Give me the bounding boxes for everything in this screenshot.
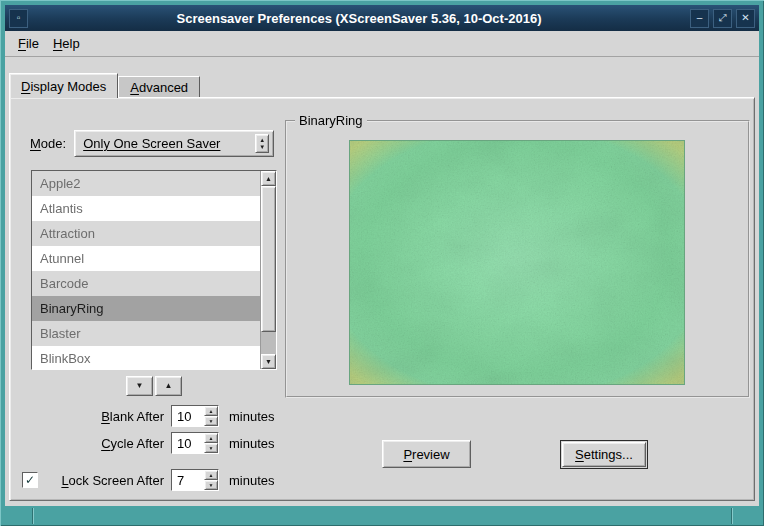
close-button[interactable]: ✕ [736, 9, 755, 28]
mode-dropdown[interactable]: Only One Screen Saver ▲ ▼ [74, 130, 274, 157]
cycle-after-steppers: ▲ ▼ [204, 433, 218, 453]
list-item-atlantis[interactable]: Atlantis [32, 196, 260, 221]
blank-after-spinbox[interactable]: ▲ ▼ [171, 405, 219, 427]
cycle-after-unit: minutes [229, 436, 275, 451]
move-down-button[interactable]: ▼ [126, 376, 153, 396]
tab-display-modes-label: Display Modes [21, 79, 106, 94]
mode-row: Mode: Only One Screen Saver ▲ ▼ [30, 130, 274, 157]
list-item-binaryring[interactable]: BinaryRing [32, 296, 260, 321]
window-title: Screensaver Preferences (XScreenSaver 5.… [30, 11, 688, 26]
display-modes-page: Mode: Only One Screen Saver ▲ ▼ Apple2 A… [9, 97, 755, 501]
spin-up-icon[interactable]: ▲ [204, 406, 218, 416]
tab-advanced[interactable]: Advanced [118, 76, 200, 97]
list-item-attraction[interactable]: Attraction [32, 221, 260, 246]
preview-frame: BinaryRing [285, 120, 750, 398]
lock-screen-input[interactable] [172, 470, 204, 490]
minimize-icon: – [697, 13, 703, 23]
texture-layer-fine [350, 141, 684, 384]
preview-texture [350, 141, 684, 384]
blank-after-label: Blank After [22, 409, 164, 424]
settings-button-label: Settings... [575, 447, 633, 462]
cycle-after-row: Cycle After ▲ ▼ minutes [22, 431, 275, 455]
spin-up-icon[interactable]: ▲ [204, 433, 218, 443]
move-up-button[interactable]: ▲ [155, 376, 182, 396]
scroll-up-button[interactable]: ▲ [261, 171, 276, 186]
check-icon: ✓ [25, 474, 35, 486]
menubar: File Help [5, 31, 759, 57]
preview-button[interactable]: Preview [382, 440, 471, 468]
blank-after-steppers: ▲ ▼ [204, 406, 218, 426]
tab-display-modes[interactable]: Display Modes [9, 73, 118, 98]
scroll-down-icon: ▼ [265, 358, 272, 365]
dropdown-indicator-icon: ▲ ▼ [255, 134, 269, 153]
list-item-atunnel[interactable]: Atunnel [32, 246, 260, 271]
blank-after-row: Blank After ▲ ▼ minutes [22, 404, 275, 428]
screensaver-list-rows: Apple2 Atlantis Attraction Atunnel Barco… [32, 171, 260, 369]
spin-down-icon[interactable]: ▼ [204, 416, 218, 426]
lock-screen-checkbox[interactable]: ✓ [22, 472, 38, 488]
menu-file[interactable]: File [11, 33, 46, 54]
window-menu-icon: ▫ [17, 13, 21, 23]
preview-image [349, 140, 685, 385]
window-menu-button[interactable]: ▫ [9, 9, 28, 28]
lock-screen-spinbox[interactable]: ▲ ▼ [171, 469, 219, 491]
blank-after-input[interactable] [172, 406, 204, 426]
mode-dropdown-value: Only One Screen Saver [83, 136, 255, 151]
titlebar[interactable]: ▫ Screensaver Preferences (XScreenSaver … [5, 5, 759, 31]
lock-screen-unit: minutes [229, 473, 275, 488]
maximize-button[interactable]: ⤢ [713, 9, 732, 28]
lock-screen-label: Lock Screen After [45, 473, 164, 488]
down-arrow-icon: ▼ [136, 382, 144, 390]
maximize-icon: ⤢ [719, 13, 727, 23]
tab-advanced-label: Advanced [130, 80, 188, 95]
preview-frame-label: BinaryRing [295, 113, 367, 128]
preview-button-label: Preview [403, 447, 449, 462]
blank-after-unit: minutes [229, 409, 275, 424]
scroll-up-icon: ▲ [265, 175, 272, 182]
screensaver-list: Apple2 Atlantis Attraction Atunnel Barco… [31, 170, 277, 370]
cycle-after-input[interactable] [172, 433, 204, 453]
scroll-down-button[interactable]: ▼ [261, 354, 276, 369]
content-area: Display Modes Advanced Mode: Only One Sc… [5, 57, 759, 506]
cycle-after-spinbox[interactable]: ▲ ▼ [171, 432, 219, 454]
spin-up-icon[interactable]: ▲ [204, 470, 218, 480]
minimize-button[interactable]: – [690, 9, 709, 28]
lock-screen-row: ✓ Lock Screen After ▲ ▼ minutes [22, 468, 275, 492]
tab-bar: Display Modes Advanced [9, 73, 200, 98]
window-controls: – ⤢ ✕ [688, 9, 757, 28]
dropdown-down-icon: ▼ [259, 144, 265, 151]
mode-label: Mode: [30, 136, 66, 151]
menu-help[interactable]: Help [46, 33, 87, 54]
lock-screen-steppers: ▲ ▼ [204, 470, 218, 490]
settings-button-default-ring: Settings... [560, 440, 648, 469]
resize-grip-left[interactable] [32, 508, 33, 524]
list-item-barcode[interactable]: Barcode [32, 271, 260, 296]
spin-down-icon[interactable]: ▼ [204, 443, 218, 453]
list-item-apple2[interactable]: Apple2 [32, 171, 260, 196]
cycle-after-label: Cycle After [22, 436, 164, 451]
list-item-blinkbox[interactable]: BlinkBox [32, 346, 260, 369]
list-move-buttons: ▼ ▲ [31, 376, 277, 396]
list-item-blaster[interactable]: Blaster [32, 321, 260, 346]
scrollbar-thumb[interactable] [261, 186, 276, 332]
resize-grip-right[interactable] [731, 508, 732, 524]
dropdown-up-icon: ▲ [259, 137, 265, 144]
settings-button[interactable]: Settings... [562, 442, 646, 467]
xscreensaver-window: ▫ Screensaver Preferences (XScreenSaver … [0, 0, 764, 526]
spin-down-icon[interactable]: ▼ [204, 480, 218, 490]
up-arrow-icon: ▲ [165, 382, 173, 390]
close-icon: ✕ [741, 13, 749, 23]
list-scrollbar[interactable]: ▲ ▼ [260, 171, 276, 369]
